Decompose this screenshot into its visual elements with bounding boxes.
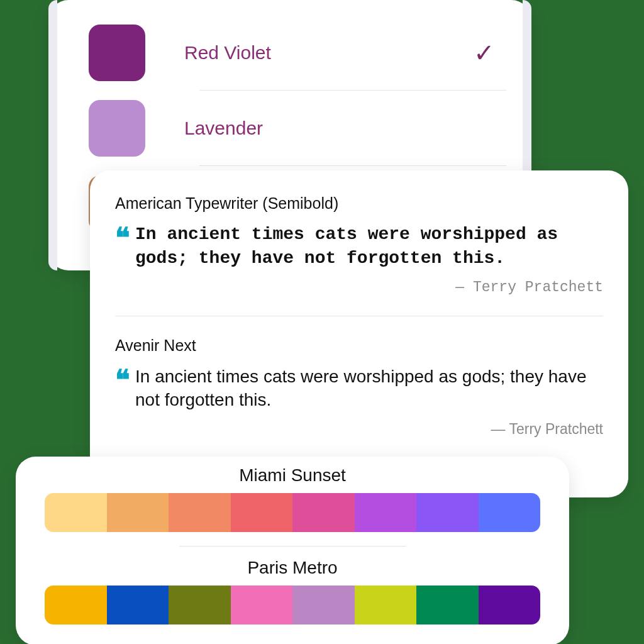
font-sample-text: In ancient times cats were worshipped as… <box>135 223 603 270</box>
row-divider <box>179 546 406 547</box>
check-icon: ✓ <box>474 38 495 67</box>
palette-name-label: Paris Metro <box>45 558 540 578</box>
font-name-label: Avenir Next <box>115 336 603 355</box>
font-name-label: American Typewriter (Semibold) <box>115 194 603 213</box>
palette-strip <box>45 586 540 625</box>
quote-attribution: — Terry Pratchett <box>115 421 603 438</box>
font-picker-card: American Typewriter (Semibold) ❝ In anci… <box>90 170 628 497</box>
palette-strip <box>45 493 540 532</box>
palette-name-label: Miami Sunset <box>45 465 540 486</box>
font-sample-text: In ancient times cats were worshipped as… <box>135 365 603 413</box>
color-option-red-violet[interactable]: Red Violet ✓ <box>48 15 531 91</box>
palette-segment <box>169 586 231 625</box>
font-option-american-typewriter[interactable]: American Typewriter (Semibold) ❝ In anci… <box>115 189 603 311</box>
palette-segment <box>292 586 355 625</box>
color-swatch <box>89 25 145 81</box>
palette-segment <box>231 586 293 625</box>
font-option-avenir-next[interactable]: Avenir Next ❝ In ancient times cats were… <box>115 331 603 453</box>
palette-segment <box>416 586 479 625</box>
palette-segment <box>355 493 417 532</box>
palette-segment <box>107 586 169 625</box>
palette-option-miami-sunset[interactable]: Miami Sunset <box>45 465 540 532</box>
palette-segment <box>45 586 107 625</box>
quote-icon: ❝ <box>115 230 126 247</box>
palette-segment <box>479 586 541 625</box>
palette-segment <box>479 493 541 532</box>
color-label: Red Violet <box>184 42 474 64</box>
palette-segment <box>231 493 293 532</box>
row-divider <box>115 316 603 316</box>
palette-option-paris-metro[interactable]: Paris Metro <box>45 558 540 625</box>
palette-picker-card: Miami Sunset Paris Metro <box>16 457 569 644</box>
palette-segment <box>355 586 417 625</box>
color-swatch <box>89 100 145 157</box>
color-label: Lavender <box>184 118 506 139</box>
color-option-lavender[interactable]: Lavender <box>48 91 531 166</box>
palette-segment <box>292 493 355 532</box>
palette-segment <box>45 493 107 532</box>
palette-segment <box>416 493 479 532</box>
quote-icon: ❝ <box>115 372 126 389</box>
palette-segment <box>169 493 231 532</box>
quote-attribution: — Terry Pratchett <box>115 279 603 296</box>
palette-segment <box>107 493 169 532</box>
